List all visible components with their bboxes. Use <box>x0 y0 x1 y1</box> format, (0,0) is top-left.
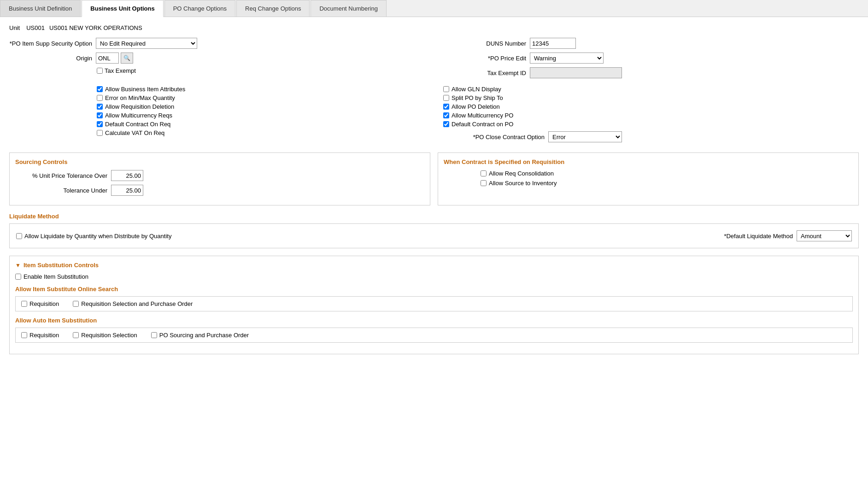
tab-po-change-options[interactable]: PO Change Options <box>164 0 235 17</box>
allow-multicurrency-po-checkbox[interactable] <box>443 112 449 118</box>
auto-req-sel-label: Requisition Selection <box>81 332 137 339</box>
checkbox-allow-multicurrency-reqs: Allow Multicurrency Reqs <box>97 112 425 119</box>
liquidate-left: Allow Liquidate by Quantity when Distrib… <box>16 233 171 240</box>
origin-row: Origin ONL 🔍 <box>9 53 425 64</box>
online-search-section: Allow Item Substitute Online Search Requ… <box>15 286 853 311</box>
allow-biz-item-attr-label: Allow Business Item Attributes <box>105 86 185 93</box>
tab-req-change-options[interactable]: Req Change Options <box>236 0 310 17</box>
checkbox-calculate-vat-on-req: Calculate VAT On Req <box>97 129 425 136</box>
tax-exempt-checkbox[interactable] <box>97 68 103 74</box>
auto-po-sourcing-checkbox[interactable] <box>151 332 157 338</box>
default-contract-on-po-label: Default Contract on PO <box>452 121 513 128</box>
sourcing-controls-title: Sourcing Controls <box>15 158 424 165</box>
checkbox-default-contract-on-req: Default Contract On Req <box>97 121 425 128</box>
pct-unit-price-row: % Unit Price Tolerance Over 25.00 <box>15 170 424 181</box>
calculate-vat-on-req-label: Calculate VAT On Req <box>105 129 164 136</box>
auto-req-row: Requisition <box>21 332 59 339</box>
allow-biz-item-attr-checkbox[interactable] <box>97 86 103 92</box>
pct-unit-price-label: % Unit Price Tolerance Over <box>15 172 107 179</box>
tolerance-under-row: Tolerance Under 25.00 <box>15 185 424 196</box>
default-contract-on-po-checkbox[interactable] <box>443 121 449 127</box>
enable-item-sub-row: Enable Item Substitution <box>15 273 853 280</box>
tab-business-unit-definition[interactable]: Business Unit Definition <box>0 0 81 17</box>
auto-sub-checkboxes: Requisition Requisition Selection PO Sou… <box>21 332 847 339</box>
allow-po-deletion-checkbox[interactable] <box>443 104 449 110</box>
allow-liquidate-checkbox[interactable] <box>16 233 22 239</box>
allow-source-to-inventory-label: Allow Source to Inventory <box>489 180 557 187</box>
liquidate-right: *Default Liquidate Method Amount Quantit… <box>724 230 852 241</box>
allow-multicurrency-reqs-label: Allow Multicurrency Reqs <box>105 112 172 119</box>
unit-row: Unit US001 US001 NEW YORK OPERATIONS <box>9 24 859 31</box>
origin-input[interactable]: ONL <box>96 53 119 64</box>
po-close-contract-label: *PO Close Contract Option <box>443 134 545 141</box>
split-po-by-ship-to-checkbox[interactable] <box>443 95 449 101</box>
auto-sub-panel: Requisition Requisition Selection PO Sou… <box>15 328 853 343</box>
allow-po-deletion-label: Allow PO Deletion <box>452 103 500 110</box>
online-req-checkbox[interactable] <box>21 301 27 307</box>
enable-item-sub-label: Enable Item Substitution <box>23 273 88 280</box>
allow-req-deletion-label: Allow Requisition Deletion <box>105 103 174 110</box>
origin-search-button[interactable]: 🔍 <box>121 53 133 64</box>
allow-multicurrency-po-label: Allow Multicurrency PO <box>452 112 513 119</box>
left-checkboxes: Allow Business Item Attributes Error on … <box>9 86 425 146</box>
liquidate-method-panel: Allow Liquidate by Quantity when Distrib… <box>9 223 859 248</box>
item-substitution-title[interactable]: ▼ Item Substitution Controls <box>15 262 853 269</box>
auto-req-label: Requisition <box>29 332 59 339</box>
origin-label: Origin <box>9 55 92 62</box>
po-item-supp-label: *PO Item Supp Security Option <box>9 40 92 47</box>
right-checkboxes: Allow GLN Display Split PO by Ship To Al… <box>443 86 859 146</box>
po-price-edit-label: *PO Price Edit <box>443 55 526 62</box>
default-contract-on-req-checkbox[interactable] <box>97 121 103 127</box>
checkbox-allow-multicurrency-po: Allow Multicurrency PO <box>443 112 859 119</box>
tab-bar: Business Unit Definition Business Unit O… <box>0 0 868 17</box>
allow-multicurrency-reqs-checkbox[interactable] <box>97 112 103 118</box>
checkbox-allow-source-to-inventory: Allow Source to Inventory <box>481 180 853 187</box>
duns-label: DUNS Number <box>443 40 526 47</box>
error-min-max-qty-checkbox[interactable] <box>97 95 103 101</box>
checkbox-allow-biz-item-attr: Allow Business Item Attributes <box>97 86 425 93</box>
auto-po-sourcing-label: PO Sourcing and Purchase Order <box>159 332 249 339</box>
allow-req-deletion-checkbox[interactable] <box>97 104 103 110</box>
unit-label: Unit <box>9 24 20 31</box>
po-close-contract-select[interactable]: Error Warning None <box>548 131 622 142</box>
online-search-panel: Requisition Requisition Selection and Pu… <box>15 296 853 311</box>
allow-req-consolidation-label: Allow Req Consolidation <box>489 170 554 177</box>
item-substitution-panel: ▼ Item Substitution Controls Enable Item… <box>9 256 859 354</box>
tax-exempt-id-row: Tax Exempt ID <box>443 67 859 78</box>
online-search-title: Allow Item Substitute Online Search <box>15 286 853 293</box>
unit-name: US001 NEW YORK OPERATIONS <box>49 24 142 31</box>
liquidate-inner: Allow Liquidate by Quantity when Distrib… <box>16 230 852 241</box>
tolerance-under-input[interactable]: 25.00 <box>111 185 143 196</box>
auto-req-checkbox[interactable] <box>21 332 27 338</box>
po-item-supp-select[interactable]: No Edit Required Warning Error <box>96 38 197 49</box>
tab-business-unit-options[interactable]: Business Unit Options <box>82 0 163 17</box>
auto-req-sel-checkbox[interactable] <box>73 332 79 338</box>
checkbox-split-po-by-ship-to: Split PO by Ship To <box>443 94 859 101</box>
allow-liquidate-label: Allow Liquidate by Quantity when Distrib… <box>24 233 171 240</box>
allow-req-consolidation-checkbox[interactable] <box>481 170 487 176</box>
allow-gln-display-label: Allow GLN Display <box>452 86 501 93</box>
online-req-sel-po-label: Requisition Selection and Purchase Order <box>81 300 193 307</box>
unit-code: US001 <box>26 24 45 31</box>
checkbox-allow-req-deletion: Allow Requisition Deletion <box>97 103 425 110</box>
when-contract-panel: When Contract is Specified on Requisitio… <box>438 152 859 205</box>
tax-exempt-id-input[interactable] <box>530 67 622 78</box>
default-liquidate-label: *Default Liquidate Method <box>724 233 793 240</box>
checkbox-default-contract-on-po: Default Contract on PO <box>443 121 859 128</box>
online-req-sel-po-checkbox[interactable] <box>73 301 79 307</box>
when-contract-checkboxes: Allow Req Consolidation Allow Source to … <box>444 170 853 187</box>
allow-source-to-inventory-checkbox[interactable] <box>481 180 487 186</box>
liquidate-method-section: Liquidate Method Allow Liquidate by Quan… <box>9 213 859 248</box>
calculate-vat-on-req-checkbox[interactable] <box>97 130 103 136</box>
allow-gln-display-checkbox[interactable] <box>443 86 449 92</box>
pct-unit-price-input[interactable]: 25.00 <box>111 170 143 181</box>
po-close-contract-row: *PO Close Contract Option Error Warning … <box>443 131 859 142</box>
default-liquidate-select[interactable]: Amount Quantity <box>797 230 852 241</box>
default-contract-on-req-label: Default Contract On Req <box>105 121 170 128</box>
auto-po-sourcing-row: PO Sourcing and Purchase Order <box>151 332 249 339</box>
enable-item-sub-checkbox[interactable] <box>15 274 21 280</box>
tab-document-numbering[interactable]: Document Numbering <box>311 0 386 17</box>
po-price-edit-select[interactable]: Warning Error None <box>530 53 604 64</box>
checkbox-allow-po-deletion: Allow PO Deletion <box>443 103 859 110</box>
duns-input[interactable]: 12345 <box>530 38 576 49</box>
